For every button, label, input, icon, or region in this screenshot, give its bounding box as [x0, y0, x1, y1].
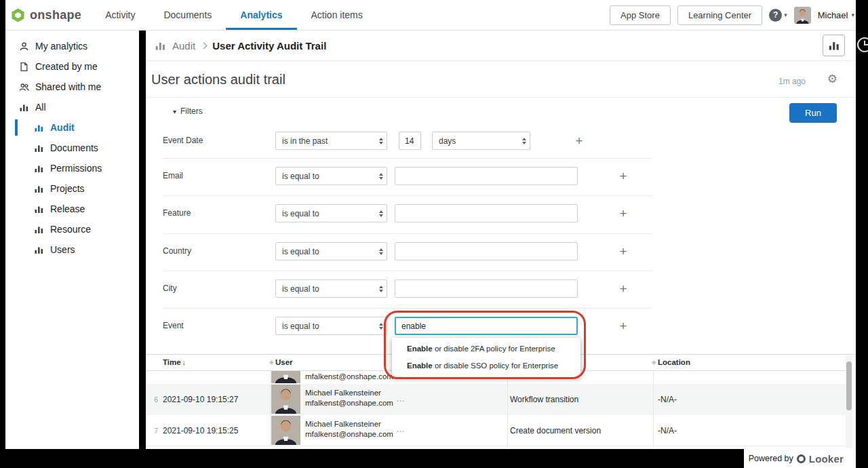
user-name: Michael Falkensteiner	[305, 389, 381, 397]
nav-analytics[interactable]: Analytics	[226, 0, 296, 30]
user-menu[interactable]: Michael ▾	[818, 10, 854, 20]
dashboard-title-row: User actions audit trail 1m ago ⚙	[146, 61, 856, 98]
nav-action-items[interactable]: Action items	[297, 0, 377, 30]
filter-row-email: Email is equal to +	[146, 167, 856, 185]
filter-row-feature: Feature is equal to +	[146, 204, 856, 222]
sidebar-item-release[interactable]: Release	[5, 199, 139, 219]
add-filter-icon[interactable]: +	[618, 206, 629, 221]
filter-row-event-date: Event Date is in the past days +	[146, 132, 856, 150]
autocomplete-option[interactable]: Enable or disable 2FA policy for Enterpr…	[392, 340, 580, 357]
divider	[163, 195, 652, 196]
divider	[163, 271, 652, 271]
row-number: 7	[149, 427, 158, 434]
onshape-logo[interactable]: onshape	[5, 8, 81, 22]
table-row: 6 2021-09-10 19:15:27 Michael Falkenstei…	[146, 384, 846, 415]
dashboard-title: User actions audit trail	[151, 72, 285, 87]
country-value-input[interactable]	[395, 242, 578, 260]
filter-row-country: Country is equal to +	[146, 242, 856, 260]
filter-row-event: Event is equal to +	[146, 317, 856, 335]
select-arrows-icon	[379, 210, 383, 217]
user-name: Michael Falkensteiner	[305, 420, 381, 428]
sidebar-item-all[interactable]: All	[5, 97, 139, 117]
user-avatar	[271, 371, 300, 383]
document-icon	[19, 62, 29, 72]
scrollbar-thumb[interactable]	[846, 362, 852, 410]
filter-label: Event	[163, 317, 184, 335]
chevron-down-icon: ▾	[784, 12, 787, 18]
sidebar-item-projects[interactable]: Projects	[5, 178, 139, 199]
looker-logo-icon	[797, 454, 806, 463]
email-value-input[interactable]	[395, 167, 578, 185]
sidebar-item-permissions[interactable]: Permissions	[5, 158, 139, 178]
event-name: Workflow transition	[510, 395, 578, 404]
looker-wordmark: Looker	[809, 453, 844, 465]
event-value-input[interactable]	[395, 317, 578, 335]
chart-icon	[34, 123, 44, 133]
column-divider	[270, 371, 271, 446]
help-icon: ?	[769, 9, 782, 22]
sidebar-item-created-by-me[interactable]: Created by me	[5, 56, 139, 77]
add-filter-icon[interactable]: +	[618, 319, 629, 334]
column-divider	[507, 371, 508, 446]
event-location: -N/A-	[658, 426, 677, 435]
user-avatar	[271, 385, 300, 414]
run-button[interactable]: Run	[789, 103, 837, 123]
help-menu[interactable]: ? ▾	[769, 9, 787, 22]
divider	[163, 308, 652, 309]
gear-icon[interactable]: ⚙	[827, 72, 837, 86]
onshape-logo-icon	[11, 8, 25, 22]
sort-desc-icon: ↓	[182, 359, 186, 366]
event-time: 2021-09-10 19:15:25	[163, 426, 238, 435]
column-divider	[653, 371, 654, 446]
table-scrollbar[interactable]	[846, 356, 852, 448]
more-icon[interactable]: …	[396, 424, 406, 434]
powered-by-looker[interactable]: Powered by Looker	[744, 449, 856, 468]
clock-icon[interactable]	[857, 37, 868, 52]
column-handle-icon[interactable]	[269, 360, 274, 365]
city-operator-select[interactable]: is equal to	[275, 279, 387, 298]
sidebar-item-users[interactable]: Users	[5, 239, 139, 260]
app-store-button[interactable]: App Store	[610, 5, 671, 25]
select-arrows-icon	[522, 138, 526, 144]
sidebar-item-audit[interactable]: Audit	[5, 117, 139, 138]
chart-icon	[34, 204, 44, 214]
column-header-time[interactable]: Time↓	[163, 358, 186, 366]
select-arrows-icon	[379, 248, 383, 255]
country-operator-select[interactable]: is equal to	[275, 242, 387, 260]
event-operator-select[interactable]: is equal to	[275, 317, 387, 335]
add-filter-icon[interactable]: +	[618, 169, 629, 184]
nav-documents[interactable]: Documents	[149, 0, 226, 30]
breadcrumb-section[interactable]: Audit	[172, 40, 195, 52]
chart-icon	[34, 143, 44, 153]
add-filter-icon[interactable]: +	[618, 244, 629, 259]
nav-activity[interactable]: Activity	[91, 0, 149, 30]
feature-operator-select[interactable]: is equal to	[275, 204, 387, 222]
sidebar-item-resource[interactable]: Resource	[5, 219, 139, 239]
learning-center-button[interactable]: Learning Center	[677, 5, 762, 25]
feature-value-input[interactable]	[395, 204, 578, 222]
filter-label: Email	[163, 167, 183, 185]
caret-down-icon: ▾	[173, 108, 176, 115]
email-operator-select[interactable]: is equal to	[275, 167, 387, 185]
user-avatar[interactable]	[794, 7, 811, 24]
chart-icon	[34, 184, 44, 194]
chart-icon	[155, 40, 166, 52]
sidebar-item-my-analytics[interactable]: My analytics	[5, 36, 139, 56]
event-date-value-input[interactable]	[399, 132, 421, 150]
column-handle-icon[interactable]	[652, 360, 656, 365]
event-date-operator-select[interactable]: is in the past	[275, 132, 387, 150]
add-filter-icon[interactable]: +	[618, 281, 629, 296]
event-date-unit-select[interactable]: days	[432, 132, 530, 150]
autocomplete-option[interactable]: Enable or disable SSO policy for Enterpr…	[392, 357, 580, 374]
sidebar-item-shared-with-me[interactable]: Shared with me	[5, 77, 139, 97]
filters-toggle[interactable]: ▾ Filters	[173, 106, 203, 116]
add-filter-icon[interactable]: +	[574, 134, 585, 149]
column-header-location[interactable]: Location	[658, 358, 690, 366]
sidebar-item-documents[interactable]: Documents	[5, 138, 139, 158]
dashboards-button[interactable]	[823, 35, 845, 56]
column-header-user[interactable]: User	[275, 358, 293, 366]
select-arrows-icon	[379, 323, 383, 330]
city-value-input[interactable]	[395, 279, 578, 298]
more-icon[interactable]: …	[396, 393, 406, 403]
chevron-down-icon: ▾	[851, 12, 854, 18]
